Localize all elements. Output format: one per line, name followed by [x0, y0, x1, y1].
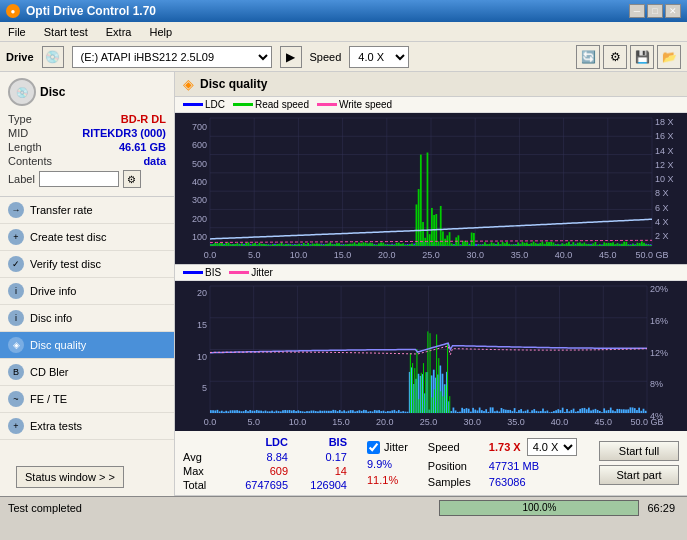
bis-legend-label: BIS	[205, 267, 221, 278]
disc-quality-title: Disc quality	[200, 77, 267, 91]
cd-bler-icon: B	[8, 364, 24, 380]
max-ldc: 609	[223, 465, 288, 477]
extra-tests-icon: +	[8, 418, 24, 434]
main-content: ◈ Disc quality LDC Read speed Write spee…	[175, 72, 687, 496]
read-speed-legend-label: Read speed	[255, 99, 309, 110]
total-bis: 126904	[292, 479, 347, 491]
total-ldc: 6747695	[223, 479, 288, 491]
sidebar-item-fe-te[interactable]: ~ FE / TE	[0, 386, 174, 413]
disc-section-title: Disc	[40, 85, 65, 99]
disc-quality-header-icon: ◈	[183, 76, 194, 92]
transfer-rate-icon: →	[8, 202, 24, 218]
start-part-button[interactable]: Start part	[599, 465, 679, 485]
menu-bar: File Start test Extra Help	[0, 22, 687, 42]
max-bis: 14	[292, 465, 347, 477]
menu-start-test[interactable]: Start test	[40, 25, 92, 39]
position-value: 47731 MB	[489, 460, 539, 472]
status-time: 66:29	[639, 502, 683, 514]
close-button[interactable]: ✕	[665, 4, 681, 18]
drive-action-icon[interactable]: ▶	[280, 46, 302, 68]
avg-label: Avg	[183, 451, 219, 463]
write-speed-legend-label: Write speed	[339, 99, 392, 110]
sidebar-item-disc-quality[interactable]: ◈ Disc quality	[0, 332, 174, 359]
samples-label: Samples	[428, 476, 483, 488]
disc-info-icon: i	[8, 310, 24, 326]
speed-stat-label: Speed	[428, 441, 483, 453]
drive-info-icon: i	[8, 283, 24, 299]
status-window-button[interactable]: Status window > >	[16, 466, 124, 488]
status-progress: 100.0%	[439, 500, 639, 516]
jitter-legend-label: Jitter	[251, 267, 273, 278]
contents-value: data	[143, 155, 166, 167]
stats-area: LDC BIS Avg 8.84 0.17 Max 609 14 Total 6…	[175, 431, 687, 496]
sidebar-item-create-test-disc[interactable]: + Create test disc	[0, 224, 174, 251]
length-value: 46.61 GB	[119, 141, 166, 153]
bis-header: BIS	[292, 436, 347, 448]
label-label: Label	[8, 173, 35, 185]
settings-icon[interactable]: ⚙	[603, 45, 627, 69]
jitter-avg-value: 9.9%	[367, 458, 408, 470]
minimize-button[interactable]: ─	[629, 4, 645, 18]
speed-label: Speed	[310, 51, 342, 63]
disc-quality-header: ◈ Disc quality	[175, 72, 687, 97]
refresh-icon[interactable]: 🔄	[576, 45, 600, 69]
status-text: Test completed	[4, 502, 439, 514]
jitter-max-value: 11.1%	[367, 474, 408, 486]
sidebar-item-disc-info[interactable]: i Disc info	[0, 305, 174, 332]
menu-help[interactable]: Help	[145, 25, 176, 39]
app-icon: ●	[6, 4, 20, 18]
chart-top-legend: LDC Read speed Write speed	[175, 97, 687, 113]
ldc-legend-label: LDC	[205, 99, 225, 110]
sidebar-item-extra-tests[interactable]: + Extra tests	[0, 413, 174, 440]
mid-value: RITEKDR3 (000)	[82, 127, 166, 139]
save-icon[interactable]: 💾	[630, 45, 654, 69]
sidebar-item-cd-bler[interactable]: B CD Bler	[0, 359, 174, 386]
jitter-label: Jitter	[384, 441, 408, 453]
open-icon[interactable]: 📂	[657, 45, 681, 69]
mid-label: MID	[8, 127, 28, 139]
sidebar-menu: → Transfer rate + Create test disc ✓ Ver…	[0, 197, 174, 458]
contents-label: Contents	[8, 155, 52, 167]
label-input[interactable]	[39, 171, 119, 187]
speed-position-stats: Speed 1.73 X 4.0 X Position 47731 MB Sam…	[428, 438, 577, 488]
menu-extra[interactable]: Extra	[102, 25, 136, 39]
speed-stat-value: 1.73 X	[489, 441, 521, 453]
drive-bar: Drive 💿 (E:) ATAPI iHBS212 2.5L09 ▶ Spee…	[0, 42, 687, 72]
bottom-chart	[175, 281, 687, 431]
drive-label: Drive	[6, 51, 34, 63]
sidebar: 💿 Disc Type BD-R DL MID RITEKDR3 (000) L…	[0, 72, 175, 496]
drive-select[interactable]: (E:) ATAPI iHBS212 2.5L09	[72, 46, 272, 68]
bottom-chart-canvas	[175, 281, 687, 431]
maximize-button[interactable]: □	[647, 4, 663, 18]
menu-file[interactable]: File	[4, 25, 30, 39]
sidebar-item-verify-test-disc[interactable]: ✓ Verify test disc	[0, 251, 174, 278]
sidebar-item-transfer-rate[interactable]: → Transfer rate	[0, 197, 174, 224]
create-disc-icon: +	[8, 229, 24, 245]
type-label: Type	[8, 113, 32, 125]
top-chart	[175, 113, 687, 265]
sidebar-item-drive-info[interactable]: i Drive info	[0, 278, 174, 305]
read-speed-legend-color	[233, 103, 253, 106]
position-label: Position	[428, 460, 483, 472]
top-chart-canvas	[175, 113, 687, 264]
jitter-stats: Jitter 9.9% 11.1%	[367, 441, 408, 486]
max-label: Max	[183, 465, 219, 477]
jitter-checkbox[interactable]	[367, 441, 380, 454]
disc-info-panel: 💿 Disc Type BD-R DL MID RITEKDR3 (000) L…	[0, 72, 174, 197]
label-icon[interactable]: ⚙	[123, 170, 141, 188]
avg-bis: 0.17	[292, 451, 347, 463]
speed-select[interactable]: 4.0 X	[349, 46, 409, 68]
avg-ldc: 8.84	[223, 451, 288, 463]
verify-disc-icon: ✓	[8, 256, 24, 272]
start-full-button[interactable]: Start full	[599, 441, 679, 461]
samples-value: 763086	[489, 476, 526, 488]
write-speed-legend-color	[317, 103, 337, 106]
fe-te-icon: ~	[8, 391, 24, 407]
drive-eject-icon[interactable]: 💿	[42, 46, 64, 68]
status-bar: Test completed 100.0% 66:29	[0, 496, 687, 518]
speed-stat-select[interactable]: 4.0 X	[527, 438, 577, 456]
disc-icon: 💿	[8, 78, 36, 106]
ldc-bis-stats: LDC BIS Avg 8.84 0.17 Max 609 14 Total 6…	[183, 436, 347, 491]
ldc-header: LDC	[223, 436, 288, 448]
action-buttons: Start full Start part	[599, 441, 679, 485]
